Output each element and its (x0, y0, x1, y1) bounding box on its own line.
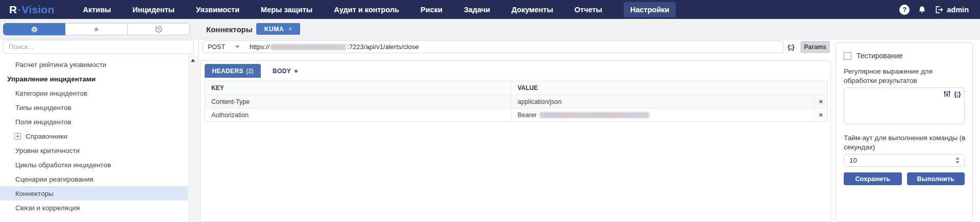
method-value: POST (208, 43, 225, 51)
tab-body[interactable]: BODY (273, 64, 298, 78)
sidebar-item-label: Коннекторы (15, 190, 54, 197)
nav-item-assets[interactable]: Активы (83, 6, 111, 14)
variables-braces-icon[interactable]: {;} (954, 90, 961, 98)
request-editor-card: HEADERS (2) BODY KEY VALUE Content-Type … (200, 60, 831, 222)
help-icon: ? (902, 6, 906, 13)
panel-buttons: Сохранить Выполнить (844, 172, 965, 185)
sidebar-item-incident-types[interactable]: Типы инцидентов (0, 100, 188, 115)
main-menu: Активы Инциденты Уязвимости Меры защиты … (83, 2, 676, 17)
nav-item-documents[interactable]: Документы (511, 6, 553, 14)
regex-field-wrapper: {;} (844, 87, 965, 126)
stepper-up-icon[interactable] (955, 157, 960, 160)
sliders-icon[interactable] (943, 90, 951, 98)
close-icon[interactable]: × (288, 26, 292, 33)
history-icon (155, 25, 163, 33)
nav-item-audit[interactable]: Аудит и контроль (334, 6, 399, 14)
remove-row-button[interactable]: × (814, 108, 827, 121)
sidebar-item-label: Справочники (26, 132, 67, 140)
app-window: R · Vision Активы Инциденты Уязвимости М… (0, 0, 980, 222)
table-header-row: KEY VALUE (205, 81, 827, 95)
search-input[interactable] (3, 40, 194, 54)
nav-item-incidents[interactable]: Инциденты (132, 6, 175, 14)
sidebar-scrollbar[interactable] (188, 55, 198, 222)
username: admin (947, 6, 969, 14)
url-input[interactable]: https://:7223/api/v1/alerts/close (243, 40, 784, 53)
sidebar-view-tabs: ★ (3, 23, 190, 35)
bell-icon (918, 6, 926, 14)
nav-item-risks[interactable]: Риски (421, 6, 443, 14)
sidebar-item-label: Типы инцидентов (15, 104, 71, 112)
testing-checkbox-label: Тестирование (856, 52, 903, 60)
regex-field-icons: {;} (943, 90, 961, 98)
settings-list: Расчет рейтинга уязвимости Управление ин… (0, 57, 188, 215)
redacted-host (271, 44, 346, 50)
sidebar-item-dictionaries[interactable]: + Справочники (0, 129, 188, 143)
nav-item-reports[interactable]: Отчеты (575, 6, 602, 14)
tab-settings-view[interactable] (3, 23, 65, 35)
tab-body-label: BODY (273, 68, 291, 75)
nav-item-settings[interactable]: Настройки (624, 2, 676, 17)
tab-favorites-view[interactable]: ★ (65, 23, 128, 35)
chevron-down-icon (235, 46, 239, 48)
sidebar-item-incident-fields[interactable]: Поля инцидентов (0, 115, 188, 129)
header-key-cell[interactable]: Authorization (205, 108, 511, 121)
testing-checkbox[interactable] (844, 52, 851, 60)
method-select[interactable]: POST (202, 40, 244, 53)
table-row: Content-Type application/json × (205, 95, 827, 108)
sidebar-item-links-correlation[interactable]: Связи и корреляция (0, 201, 188, 215)
bearer-prefix: Bearer (518, 112, 538, 119)
logo-rest: Vision (22, 4, 55, 16)
sidebar-item-response-scenarios[interactable]: Сценарии реагирования (0, 172, 188, 186)
header-value-cell[interactable]: Bearer (511, 108, 814, 121)
variables-braces-icon[interactable]: {;} (788, 43, 794, 51)
user-menu[interactable]: admin (935, 6, 969, 14)
timeout-stepper (955, 157, 960, 164)
stepper-down-icon[interactable] (955, 161, 960, 164)
sidebar-section-label: Управление инцидентами (7, 75, 95, 83)
header-value-cell[interactable]: application/json (511, 95, 814, 108)
redacted-token (540, 112, 649, 118)
url-suffix: :7223/api/v1/alerts/close (347, 43, 419, 51)
sidebar-item-label: Сценарии реагирования (15, 175, 93, 183)
timeout-label: Тайм-аут для выполнения команды (в секун… (844, 134, 967, 151)
tab-history-view[interactable] (128, 23, 190, 35)
column-header-actions (815, 81, 827, 95)
save-button[interactable]: Сохранить (844, 172, 902, 185)
remove-row-button[interactable]: × (814, 95, 827, 108)
gear-icon (31, 26, 38, 33)
run-button[interactable]: Выполнить (907, 172, 965, 185)
sidebar-item-vuln-rating[interactable]: Расчет рейтинга уязвимости (0, 57, 188, 72)
scroll-up-icon[interactable] (191, 59, 195, 62)
topbar-actions: ? admin (899, 0, 969, 19)
timeout-field-wrapper (844, 154, 965, 167)
tab-headers-count: (2) (246, 68, 254, 75)
sidebar-item-label: Связи и корреляция (15, 204, 80, 212)
help-button[interactable]: ? (899, 5, 910, 15)
sidebar-item-label: Поля инцидентов (15, 118, 71, 126)
sidebar-item-incident-workflows[interactable]: Циклы обработки инцидентов (0, 158, 188, 172)
notifications-button[interactable] (918, 6, 926, 14)
regex-label: Регулярное выражение для обработки резул… (844, 67, 967, 85)
sidebar-item-connectors[interactable]: Коннекторы (0, 186, 188, 201)
sidebar-item-incident-categories[interactable]: Категории инцидентов (0, 86, 188, 100)
tab-headers[interactable]: HEADERS (2) (205, 64, 261, 78)
nav-item-tasks[interactable]: Задачи (464, 6, 490, 14)
column-header-value: VALUE (511, 81, 815, 95)
params-button[interactable]: Params (800, 41, 830, 53)
body-indicator-dot (295, 70, 298, 73)
logo-dot: · (17, 4, 21, 16)
page-title: Коннекторы (206, 23, 253, 36)
timeout-input[interactable] (844, 154, 965, 167)
sidebar-item-label: Расчет рейтинга уязвимости (15, 61, 106, 69)
nav-item-safeguards[interactable]: Меры защиты (261, 6, 312, 14)
url-prefix: https:// (250, 43, 270, 51)
sidebar-section-incident-management: Управление инцидентами (0, 72, 188, 86)
sidebar-item-criticality-levels[interactable]: Уровни критичности (0, 143, 188, 158)
document-tab-kuma[interactable]: KUMA × (256, 23, 300, 35)
testing-panel: Тестирование Регулярное выражение для об… (836, 42, 973, 222)
nav-item-vulnerabilities[interactable]: Уязвимости (196, 6, 239, 14)
sidebar-item-label: Категории инцидентов (15, 90, 87, 97)
logout-icon (935, 6, 943, 14)
header-key-cell[interactable]: Content-Type (205, 95, 511, 108)
expand-plus-icon[interactable]: + (14, 133, 21, 140)
